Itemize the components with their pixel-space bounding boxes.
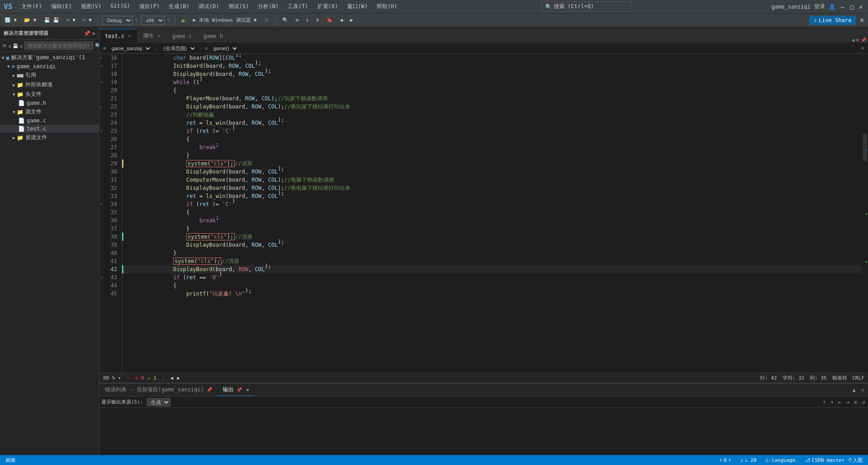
warning-count[interactable]: ⚠ 1 <box>147 375 156 381</box>
code-line-40[interactable]: } <box>122 249 862 257</box>
code-line-23[interactable]: //判断输赢 <box>122 111 862 119</box>
menu-window[interactable]: 窗口(W) <box>344 2 372 11</box>
tab-gamec[interactable]: game.c <box>167 29 198 42</box>
code-line-21[interactable]: PlayerMove(board, ROW, COL);//玩家下棋函数调用 <box>122 94 862 103</box>
code-line-25[interactable]: if (ret != 'C') <box>122 127 862 135</box>
code-line-44[interactable]: { <box>122 282 862 290</box>
live-share-button[interactable]: ⇧ Live Share <box>809 16 856 25</box>
minimize-button[interactable]: — <box>839 3 846 10</box>
code-line-32[interactable]: DisplayBoard(board, ROW, COL);//将电脑下棋结果打… <box>122 184 862 192</box>
menu-analyze[interactable]: 分析(N) <box>254 2 282 11</box>
status-indent-down[interactable]: ↓ ↓ 20 <box>738 457 758 463</box>
tree-sources[interactable]: ▼ 📁 源文件 <box>0 107 99 117</box>
tab-pin-icon[interactable]: 📌 <box>861 38 866 42</box>
tree-solution[interactable]: ▼ ▣ 解决方案'game_sanziqi'(1 <box>0 53 99 62</box>
code-line-30[interactable]: DisplayBoard(board, ROW, COL); <box>122 168 862 176</box>
status-ready[interactable]: 就绪 <box>4 457 17 464</box>
nav-prev[interactable]: ◀ <box>337 16 346 24</box>
tab-gameh[interactable]: game.h <box>198 29 229 42</box>
code-line-39[interactable]: DisplayBoard(board, ROW, COL); <box>122 241 862 249</box>
bottom-tab-output[interactable]: 输出 📌 ✕ <box>217 384 255 396</box>
close-sidebar-icon[interactable]: ✕ <box>92 30 95 37</box>
config-dropdown[interactable]: Debug <box>102 16 132 25</box>
search-box[interactable]: 🔍 搜索 (Ctrl+Q) <box>541 1 632 12</box>
code-line-34[interactable]: if (ret != 'C') <box>122 200 862 208</box>
code-line-28[interactable]: } <box>122 151 862 160</box>
code-line-18[interactable]: DisplayBoard(board, ROW, COL); <box>122 70 862 78</box>
tab-type[interactable]: 制表符 <box>832 375 847 381</box>
stop-btn[interactable]: ⏹ <box>261 16 272 24</box>
output-icon-list[interactable]: ≡ <box>853 399 859 406</box>
bottom-action-up[interactable]: ▲ <box>851 386 858 394</box>
bottom-tab-errors-pin[interactable]: 📌 <box>207 387 212 392</box>
more-btn[interactable]: ≡ <box>313 16 322 24</box>
sidebar-search-icon[interactable]: 🔍 <box>95 43 99 49</box>
code-line-45[interactable]: printf("玩家赢! \n"); <box>122 290 862 298</box>
undo-btn[interactable]: ↩ ▼ <box>64 16 78 24</box>
sidebar-toolbar-home[interactable]: ⌂ <box>8 43 11 48</box>
menu-view[interactable]: 视图(V) <box>77 2 105 11</box>
error-count[interactable]: ✕ 0 <box>135 375 144 381</box>
menu-edit[interactable]: 编辑(E) <box>47 2 75 11</box>
login-button[interactable]: 登录 <box>814 3 825 10</box>
close-button[interactable]: ✕ <box>857 3 864 10</box>
save-all-btn[interactable]: 💾 💾 <box>41 16 62 24</box>
tree-testc[interactable]: 📄 test.c <box>0 125 99 133</box>
menu-build[interactable]: 生成(B) <box>165 2 193 11</box>
code-line-19[interactable]: while (1) <box>122 78 862 86</box>
code-line-29[interactable]: system("cls");//清屏 <box>122 160 862 168</box>
run-label[interactable]: ▶ 本地 Windows 调试器 ▼ <box>190 16 259 24</box>
menu-test[interactable]: 测试(S) <box>225 2 253 11</box>
sidebar-search-input[interactable] <box>24 42 93 50</box>
code-line-20[interactable]: { <box>122 86 862 94</box>
code-line-38[interactable]: system("cls");//清屏 <box>122 233 862 241</box>
output-source-select[interactable]: 生成 <box>147 398 170 406</box>
file-scope-select[interactable]: game_sanziqi <box>108 45 151 52</box>
tree-refs[interactable]: ▶ ■■ 引用 <box>0 70 99 80</box>
tab-overflow-icon[interactable]: ⊕ <box>856 38 859 42</box>
menu-file[interactable]: 文件(F) <box>18 2 46 11</box>
menu-git[interactable]: Git(G) <box>107 2 133 11</box>
sidebar-toolbar-sync[interactable]: ⟳ <box>3 43 6 48</box>
platform-dropdown[interactable]: x86 <box>141 16 165 25</box>
find-btn[interactable]: ⊕ <box>293 16 302 24</box>
redo-btn[interactable]: ↪ ▼ <box>80 16 94 24</box>
code-line-37[interactable]: } <box>122 225 862 233</box>
sidebar-toolbar-refresh[interactable]: ↺ <box>20 43 23 48</box>
tab-properties[interactable]: 属性 ✕ <box>137 29 167 42</box>
status-branch[interactable]: ⎇ CSDN master 个人图 <box>803 457 864 464</box>
open-btn[interactable]: 📂 ▼ <box>21 16 39 24</box>
sidebar-toolbar-save[interactable]: 💾 <box>13 43 18 48</box>
tree-project[interactable]: ▼ ⚙ game_sanziqi <box>0 62 99 70</box>
menu-tools[interactable]: 工具(T) <box>284 2 312 11</box>
new-project-btn[interactable]: 🔃 ▼ <box>2 16 19 24</box>
output-icon-align-right[interactable]: ⇥ <box>844 399 850 406</box>
code-line-31[interactable]: ComputerMove(board, ROW, COL);//电脑下棋函数调用 <box>122 176 862 184</box>
code-line-16[interactable]: char board[ROW][COL]; <box>122 54 862 62</box>
bottom-tab-output-close[interactable]: 📌 <box>236 387 242 392</box>
nav-next[interactable]: ▶ <box>347 16 356 24</box>
bottom-close[interactable]: ✕ <box>859 386 866 394</box>
code-line-22[interactable]: DisplayBoard(board, ROW, COL);//将玩家下棋结果打… <box>122 103 862 111</box>
menu-project[interactable]: 项目(P) <box>136 2 164 11</box>
output-icon-up[interactable]: ⬆ <box>821 399 827 406</box>
pin-icon[interactable]: 📌 <box>84 30 90 37</box>
tree-gameh[interactable]: 📄 game.h <box>0 99 99 107</box>
bottom-tab-output-x[interactable]: ✕ <box>246 387 249 392</box>
browse-btn[interactable]: 🔍 <box>279 16 291 24</box>
tree-ext-deps[interactable]: ▶ 📁 外部依赖项 <box>0 80 99 89</box>
menu-help[interactable]: 帮助(H) <box>373 2 401 11</box>
zoom-level[interactable]: 80 % ▾ <box>103 375 121 381</box>
tree-gamec[interactable]: 📄 game.c <box>0 117 99 125</box>
maximize-button[interactable]: □ <box>848 3 855 10</box>
code-line-43[interactable]: if (ret == 'O') <box>122 273 862 282</box>
eol-type[interactable]: CRLF <box>853 375 865 381</box>
status-indent-up[interactable]: ↑ 0 ↑ <box>717 457 733 463</box>
menu-extensions[interactable]: 扩展(X) <box>314 2 342 11</box>
global-scope-select[interactable]: (全局范围) <box>160 45 196 52</box>
tab-testc-close[interactable]: ✕ <box>127 33 132 39</box>
output-icon-down[interactable]: ⬇ <box>829 399 835 406</box>
bottom-tab-errors[interactable]: 错误列表 - 当前项目(game_sanziqi) 📌 <box>99 384 217 395</box>
tab-scroll-left[interactable]: ◀ <box>852 38 854 42</box>
code-line-27[interactable]: break; <box>122 143 862 151</box>
